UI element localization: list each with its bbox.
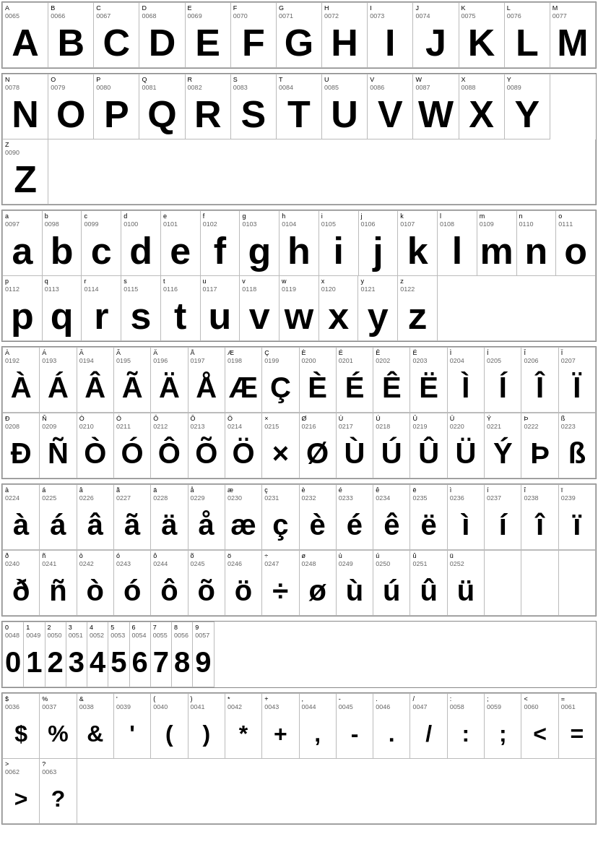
cell-label: Ð0208 xyxy=(5,415,37,431)
cell-glyph: ô xyxy=(153,568,185,614)
char-cell-0209: Ñ0209Ñ xyxy=(40,413,77,478)
cell-label: ?0063 xyxy=(42,760,74,776)
cell-glyph: À xyxy=(5,365,37,411)
cell-glyph: x xyxy=(321,293,356,339)
cell-label: k0107 xyxy=(400,212,435,228)
cell-label: Û0219 xyxy=(412,415,444,431)
cell-glyph: < xyxy=(524,711,555,757)
cell-glyph: ( xyxy=(153,711,185,757)
char-cell-0251: û0251û xyxy=(410,551,447,616)
char-cell-0247: ÷0247÷ xyxy=(262,551,299,616)
cell-label: a0097 xyxy=(5,212,40,228)
cell-label: Ê0202 xyxy=(376,349,407,365)
char-cell-0246: ö0246ö xyxy=(225,551,262,616)
cell-glyph: M xyxy=(552,20,593,66)
char-cell-0106: j0106j xyxy=(359,211,399,276)
cell-label: é0233 xyxy=(339,486,370,502)
char-cell-0203: Ë0203Ë xyxy=(410,348,447,413)
cell-label: Ò0210 xyxy=(79,415,111,431)
cell-label: =0061 xyxy=(561,695,593,711)
char-cell-0038: &0038& xyxy=(77,694,114,759)
cell-label: S0083 xyxy=(233,76,274,92)
cell-glyph: ' xyxy=(116,711,148,757)
cell-label: ú0250 xyxy=(376,552,407,568)
cell-label: à0224 xyxy=(5,486,37,502)
cell-label: h0104 xyxy=(282,212,316,228)
cell-glyph: Ñ xyxy=(42,431,74,476)
char-cell-0044: ,0044, xyxy=(300,694,337,759)
char-cell-0114: r0114r xyxy=(82,276,121,341)
cell-glyph: w xyxy=(282,293,316,339)
cell-label: T0084 xyxy=(279,76,319,92)
grid-accented-upper-1: À0192ÀÁ0193ÁÂ0194ÂÃ0195ÃÄ0196ÄÅ0197ÅÆ019… xyxy=(2,347,596,413)
row-spacer xyxy=(48,139,596,205)
cell-label: ö0246 xyxy=(228,552,259,568)
cell-glyph: 8 xyxy=(174,640,190,685)
cell-label: s0115 xyxy=(124,278,158,293)
cell-glyph: ß xyxy=(561,431,593,476)
cell-glyph: q xyxy=(45,293,79,339)
char-cell-0079: O0079O xyxy=(48,74,94,139)
cell-glyph: y xyxy=(360,293,395,339)
grid-lowercase-2: p0112pq0113qr0114rs0115st0116tu0117uv011… xyxy=(2,276,596,341)
cell-glyph: Q xyxy=(142,92,182,137)
char-cell-0082: R0082R xyxy=(186,74,231,139)
char-cell-0248: ø0248ø xyxy=(300,551,337,616)
cell-glyph: a xyxy=(5,228,40,274)
cell-label: d0100 xyxy=(124,212,158,228)
cell-glyph: Z xyxy=(5,157,46,202)
cell-glyph: ì xyxy=(450,502,482,548)
char-cell-0113: q0113q xyxy=(43,276,82,341)
cell-glyph: P xyxy=(96,92,136,137)
cell-label: C0067 xyxy=(96,4,136,20)
cell-glyph: Â xyxy=(79,365,111,411)
cell-label: E0069 xyxy=(188,4,228,20)
cell-label: .0046 xyxy=(376,695,407,711)
grid-accented-lower-1: à0224àá0225áâ0226âã0227ãä0228äå0229åæ023… xyxy=(2,484,596,550)
row-spacer xyxy=(77,759,596,824)
cell-label: É0201 xyxy=(339,349,370,365)
char-cell-0074: J0074J xyxy=(413,3,459,68)
cell-label: 40052 xyxy=(90,624,105,640)
char-cell-0222: Þ0222Þ xyxy=(521,413,558,478)
cell-label: À0192 xyxy=(5,349,37,365)
cell-label: A0065 xyxy=(5,4,46,20)
cell-glyph: è xyxy=(302,502,334,548)
cell-label: í0237 xyxy=(487,486,519,502)
cell-glyph: Ö xyxy=(228,431,259,476)
cell-glyph: Ê xyxy=(376,365,407,411)
cell-glyph: f xyxy=(203,228,238,274)
char-cell-0223: ß0223ß xyxy=(559,413,596,478)
cell-label: ø0248 xyxy=(302,552,334,568)
cell-label: Ô0212 xyxy=(153,415,185,431)
cell-glyph: Ï xyxy=(561,365,593,411)
cell-label: t0116 xyxy=(163,278,198,293)
cell-glyph: ä xyxy=(153,502,185,548)
cell-glyph: d xyxy=(124,228,158,274)
char-cell-0213: Õ0213Õ xyxy=(188,413,225,478)
cell-glyph: F xyxy=(233,20,274,66)
cell-label: 10049 xyxy=(26,624,42,640)
cell-label: f0102 xyxy=(203,212,238,228)
cell-glyph: û xyxy=(412,568,444,614)
section-accented-upper: À0192ÀÁ0193ÁÂ0194ÂÃ0195ÃÄ0196ÄÅ0197ÅÆ019… xyxy=(1,346,597,479)
cell-glyph: $ xyxy=(5,711,37,757)
char-cell-0245: õ0245õ xyxy=(188,551,225,616)
cell-glyph: í xyxy=(487,502,519,548)
char-cell-0054: 600546 xyxy=(130,622,151,687)
char-cell-0099: c0099c xyxy=(82,211,121,276)
cell-label: y0121 xyxy=(360,278,395,293)
cell-label: î0238 xyxy=(524,486,555,502)
char-cell-0198: Æ0198Æ xyxy=(225,348,262,413)
cell-glyph: j xyxy=(361,228,396,274)
char-cell-0075: K0075K xyxy=(459,3,505,68)
cell-label: j0106 xyxy=(361,212,396,228)
cell-glyph: Á xyxy=(42,365,74,411)
section-symbols: $0036$%0037%&0038&'0039'(0040()0041)*004… xyxy=(1,692,597,825)
char-cell-0039: '0039' xyxy=(114,694,151,759)
cell-label: X0088 xyxy=(462,76,502,92)
cell-label: ò0242 xyxy=(79,552,111,568)
row-spacer xyxy=(438,276,596,341)
cell-label: Î0206 xyxy=(524,349,555,365)
cell-glyph: 7 xyxy=(153,640,169,685)
